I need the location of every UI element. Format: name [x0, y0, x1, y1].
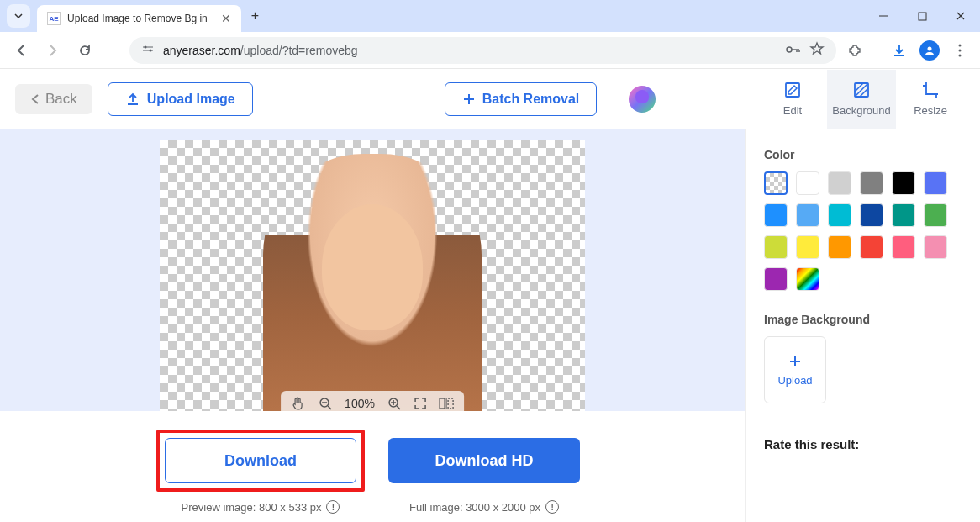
fullscreen-icon[interactable] — [414, 397, 427, 410]
tab-resize-label: Resize — [914, 104, 947, 117]
tab-background-label: Background — [832, 104, 890, 117]
highlight-annotation: Download — [156, 430, 365, 492]
password-key-icon[interactable] — [786, 43, 801, 58]
color-swatch[interactable] — [796, 267, 819, 291]
pan-hand-icon[interactable] — [291, 396, 306, 411]
color-swatch[interactable] — [892, 203, 915, 227]
color-swatch[interactable] — [924, 235, 947, 259]
download-button[interactable]: Download — [165, 438, 356, 483]
color-swatch[interactable] — [892, 171, 915, 195]
plus-icon — [462, 92, 476, 106]
color-swatch[interactable] — [860, 235, 883, 259]
extensions-icon[interactable] — [843, 39, 867, 62]
chevron-down-icon — [13, 11, 24, 21]
back-nav-button[interactable] — [8, 38, 34, 63]
chrome-menu-button[interactable] — [948, 39, 972, 62]
upload-bg-label: Upload — [777, 374, 812, 387]
svg-rect-23 — [440, 398, 445, 409]
svg-point-10 — [928, 46, 932, 50]
url-bar[interactable]: anyeraser.com/upload/?td=removebg — [129, 37, 836, 64]
svg-point-11 — [959, 44, 962, 46]
tool-tabs: Edit Background Resize — [758, 70, 965, 129]
svg-line-20 — [397, 406, 400, 409]
sidebar: Color Image Background Upload Rate this … — [745, 129, 980, 522]
tab-search-button[interactable] — [7, 4, 30, 28]
plus-icon — [788, 354, 803, 369]
color-swatch[interactable] — [796, 171, 819, 195]
svg-line-17 — [328, 406, 331, 409]
bookmark-star-icon[interactable] — [809, 41, 825, 60]
chevron-left-icon — [30, 93, 40, 105]
svg-point-12 — [959, 49, 962, 51]
user-avatar[interactable] — [629, 86, 656, 113]
info-icon[interactable]: ! — [545, 500, 559, 514]
main-content: 100% Download Preview image: 800 x 533 p… — [0, 129, 980, 522]
color-swatch[interactable] — [860, 171, 883, 195]
close-window-button[interactable] — [941, 0, 980, 32]
tab-background[interactable]: Background — [827, 70, 896, 129]
compare-split-icon[interactable] — [439, 397, 454, 410]
favicon-icon: AE — [47, 12, 61, 25]
rate-label: Rate this result: — [764, 437, 962, 451]
site-settings-icon[interactable] — [141, 42, 155, 58]
profile-button[interactable] — [918, 39, 941, 62]
reload-button[interactable] — [72, 38, 97, 63]
back-label: Back — [45, 91, 77, 108]
color-swatch[interactable] — [764, 235, 788, 259]
batch-label: Batch Removal — [482, 92, 580, 107]
download-label: Download — [224, 452, 297, 470]
svg-point-6 — [787, 47, 792, 52]
app-back-button[interactable]: Back — [15, 84, 92, 114]
browser-titlebar: AE Upload Image to Remove Bg in ✕ + — [0, 0, 980, 32]
downloads-icon[interactable] — [888, 39, 911, 62]
profile-avatar-icon — [919, 40, 940, 61]
upload-icon — [125, 92, 140, 107]
zoom-in-icon[interactable] — [387, 396, 402, 411]
url-text: anyeraser.com/upload/?td=removebg — [163, 44, 777, 57]
window-controls — [864, 0, 980, 32]
color-swatch[interactable] — [828, 171, 851, 195]
tab-resize[interactable]: Resize — [896, 70, 965, 129]
subject-image — [263, 154, 482, 423]
color-swatch[interactable] — [860, 203, 883, 227]
color-swatch[interactable] — [924, 171, 947, 195]
color-swatch[interactable] — [828, 235, 851, 259]
browser-addressbar: anyeraser.com/upload/?td=removebg — [0, 32, 980, 69]
download-hd-button[interactable]: Download HD — [388, 438, 580, 483]
zoom-value: 100% — [345, 397, 375, 410]
color-swatch[interactable] — [924, 203, 947, 227]
divider — [877, 42, 877, 59]
full-info: Full image: 3000 x 2000 px ! — [409, 500, 559, 514]
color-swatch[interactable] — [828, 203, 851, 227]
maximize-button[interactable] — [903, 0, 941, 32]
color-swatch[interactable] — [764, 203, 788, 227]
tab-close-icon[interactable]: ✕ — [221, 12, 231, 25]
preview-info: Preview image: 800 x 533 px ! — [182, 500, 340, 514]
download-row: Download Preview image: 800 x 533 px ! D… — [0, 411, 745, 522]
color-swatch[interactable] — [764, 171, 788, 195]
color-section-label: Color — [764, 148, 962, 161]
forward-nav-button[interactable] — [40, 38, 66, 63]
upload-bg-button[interactable]: Upload — [764, 336, 826, 403]
upload-label: Upload Image — [147, 92, 235, 107]
color-swatch-grid — [764, 171, 962, 291]
tab-edit[interactable]: Edit — [758, 70, 827, 129]
tab-title: Upload Image to Remove Bg in — [67, 13, 208, 24]
color-swatch[interactable] — [764, 267, 788, 291]
zoom-out-icon[interactable] — [318, 396, 333, 411]
resize-icon — [921, 81, 940, 99]
color-swatch[interactable] — [796, 203, 819, 227]
canvas-area: 100% Download Preview image: 800 x 533 p… — [0, 129, 745, 522]
minimize-button[interactable] — [864, 0, 903, 32]
color-swatch[interactable] — [892, 235, 915, 259]
info-icon[interactable]: ! — [326, 500, 340, 514]
new-tab-button[interactable]: + — [251, 8, 259, 24]
image-canvas[interactable]: 100% — [160, 140, 585, 423]
batch-removal-button[interactable]: Batch Removal — [445, 82, 598, 116]
upload-image-button[interactable]: Upload Image — [108, 82, 253, 116]
download-hd-label: Download HD — [435, 452, 534, 470]
tab-edit-label: Edit — [783, 104, 802, 117]
browser-tab[interactable]: AE Upload Image to Remove Bg in ✕ — [37, 5, 241, 32]
color-swatch[interactable] — [796, 235, 819, 259]
svg-rect-1 — [919, 13, 926, 20]
